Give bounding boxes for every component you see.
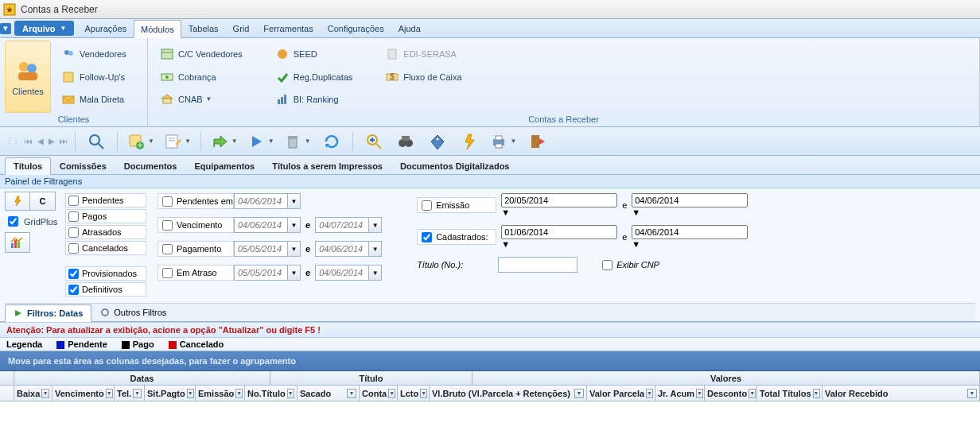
gridplus-checkbox-input[interactable] xyxy=(8,216,18,227)
menu-ferramentas[interactable]: Ferramentas xyxy=(256,19,320,37)
ribbon-fluxo-caixa[interactable]: $Fluxo de Caixa xyxy=(381,68,466,86)
toolbar-edit[interactable]: ▼ xyxy=(164,130,191,153)
chevron-down-icon[interactable]: ▼ xyxy=(287,266,300,280)
grid-body[interactable] xyxy=(0,401,980,411)
chk-definitivos[interactable]: Definitivos xyxy=(65,282,146,297)
ribbon-vendedores[interactable]: Vendedores xyxy=(57,45,131,63)
toolbar-find[interactable] xyxy=(395,130,417,153)
col-lcto[interactable]: Lcto▼ xyxy=(398,386,430,401)
chk-pagos[interactable]: Pagos xyxy=(65,209,146,223)
tab-equipamentos[interactable]: Equipamentos xyxy=(185,157,263,174)
tab-documentos[interactable]: Documentos xyxy=(115,157,186,174)
tab-comissoes[interactable]: Comissões xyxy=(51,157,115,174)
col-conta[interactable]: Conta▼ xyxy=(360,386,398,401)
col-sitpagto[interactable]: Sit.Pagto▼ xyxy=(145,386,196,401)
tab-titulos[interactable]: Títulos xyxy=(5,157,51,175)
filter-dropdown-icon[interactable]: ▼ xyxy=(388,389,395,398)
system-menu-icon[interactable]: ▾ xyxy=(0,23,11,34)
chevron-down-icon[interactable]: ▼ xyxy=(368,266,381,280)
date-pagamento-2[interactable]: ▼ xyxy=(315,241,382,257)
toolbar-new[interactable]: +▼ xyxy=(127,130,154,153)
chevron-down-icon[interactable]: ▼ xyxy=(287,242,300,256)
filter-dropdown-icon[interactable]: ▼ xyxy=(347,389,356,398)
subtab-outros-filtros[interactable]: Outros Filtros xyxy=(91,304,175,321)
filter-c-button[interactable]: C xyxy=(30,192,56,211)
ribbon-cobranca[interactable]: Cobrança xyxy=(156,68,247,86)
chk-pendentes[interactable]: Pendentes xyxy=(65,193,146,207)
chk-vencimento[interactable]: Vencimento xyxy=(158,217,234,233)
nav-next-icon[interactable]: ▶ xyxy=(46,137,57,145)
filter-dropdown-icon[interactable]: ▼ xyxy=(106,389,113,398)
toolbar-delete[interactable]: ▼ xyxy=(284,130,311,153)
chk-provisionados[interactable]: Provisionados xyxy=(65,266,146,281)
chevron-down-icon[interactable]: ▼ xyxy=(632,239,748,249)
chk-pendentes-em[interactable]: Pendentes em: xyxy=(158,193,234,209)
chevron-down-icon[interactable]: ▼ xyxy=(501,239,617,249)
chk-exibir-cnp[interactable]: Exibir CNP xyxy=(598,257,663,273)
col-emissao[interactable]: Emissão▼ xyxy=(196,386,245,401)
date-atraso-1[interactable]: ▼ xyxy=(234,265,301,281)
grid-group-bar[interactable]: Mova para esta área as colunas desejadas… xyxy=(0,351,980,371)
chevron-down-icon[interactable]: ▼ xyxy=(632,207,748,217)
ribbon-seed[interactable]: SEED xyxy=(271,45,358,63)
filter-dropdown-icon[interactable]: ▼ xyxy=(187,389,194,398)
menu-grid[interactable]: Grid xyxy=(226,19,257,37)
date-emissao-2[interactable]: ▼ xyxy=(632,193,748,217)
chk-atrasados[interactable]: Atrasados xyxy=(65,225,146,239)
tab-documentos-digitalizados[interactable]: Documentos Digitalizados xyxy=(391,157,519,174)
menu-modulos[interactable]: Módulos xyxy=(134,20,181,38)
ribbon-cnab[interactable]: CNAB▼ xyxy=(156,91,247,108)
toolbar-zoom[interactable] xyxy=(363,130,385,153)
tab-titulos-impressos[interactable]: Títulos a serem Impressos xyxy=(263,157,391,174)
date-vencimento-1[interactable]: ▼ xyxy=(234,217,301,233)
col-sacado[interactable]: Sacado▼ xyxy=(298,386,360,401)
col-vlbruto[interactable]: Vl.Bruto (Vl.Parcela + Retenções)▼ xyxy=(430,386,587,401)
chevron-down-icon[interactable]: ▼ xyxy=(287,218,300,232)
filter-dropdown-icon[interactable]: ▼ xyxy=(646,389,653,398)
date-vencimento-2[interactable]: ▼ xyxy=(315,217,382,233)
toolbar-tag[interactable] xyxy=(426,130,449,153)
input-titulo-no[interactable] xyxy=(498,257,578,273)
chk-cadastrados[interactable]: Cadastrados: xyxy=(417,229,496,245)
date-cadastrados-2[interactable]: ▼ xyxy=(632,225,748,249)
toolbar-search[interactable] xyxy=(85,130,107,153)
ribbon-maladireta[interactable]: Mala Direta xyxy=(57,91,131,108)
col-valorrecebido[interactable]: Valor Recebido▼ xyxy=(822,386,980,401)
filter-dropdown-icon[interactable]: ▼ xyxy=(287,389,294,398)
filter-chart-button[interactable] xyxy=(5,232,30,253)
filter-dropdown-icon[interactable]: ▼ xyxy=(574,389,584,398)
chevron-down-icon[interactable]: ▼ xyxy=(501,207,617,217)
toolbar-exit[interactable] xyxy=(527,130,549,153)
menu-file[interactable]: Arquivo ▼ xyxy=(14,21,74,36)
menu-apuracoes[interactable]: Apurações xyxy=(77,19,134,37)
filter-dropdown-icon[interactable]: ▼ xyxy=(813,389,820,398)
ribbon-bi-ranking[interactable]: BI: Ranking xyxy=(271,91,358,108)
chk-pagamento[interactable]: Pagamento xyxy=(158,241,234,257)
col-vencimento[interactable]: Vencimento▼ xyxy=(52,386,115,401)
toolbar-print[interactable]: ▼ xyxy=(490,130,517,153)
filter-dropdown-icon[interactable]: ▼ xyxy=(235,389,243,398)
filter-dropdown-icon[interactable]: ▼ xyxy=(420,389,427,398)
filter-dropdown-icon[interactable]: ▼ xyxy=(133,389,142,398)
chk-em-atraso[interactable]: Em Atraso xyxy=(158,265,234,281)
gridplus-checkbox[interactable]: GridPlus xyxy=(5,214,57,229)
ribbon-regduplicatas[interactable]: Reg.Duplicatas xyxy=(271,68,358,86)
toolbar-bolt[interactable] xyxy=(458,130,480,153)
date-pendentes-em[interactable]: ▼ xyxy=(234,193,301,209)
ribbon-clientes-button[interactable]: Clientes xyxy=(5,41,51,113)
col-baixa[interactable]: Baixa▼ xyxy=(14,386,52,401)
nav-first-icon[interactable]: ⏮ xyxy=(22,137,35,145)
menu-ajuda[interactable]: Ajuda xyxy=(391,19,428,37)
col-totaltitulos[interactable]: Total Títulos▼ xyxy=(757,386,822,401)
col-jracum[interactable]: Jr. Acum▼ xyxy=(655,386,705,401)
subtab-filtros-datas[interactable]: Filtros: Datas xyxy=(5,304,91,322)
nav-prev-icon[interactable]: ◀ xyxy=(35,137,46,145)
ribbon-followups[interactable]: Follow-Up's xyxy=(57,68,131,86)
date-pagamento-1[interactable]: ▼ xyxy=(234,241,301,257)
nav-last-icon[interactable]: ⏭ xyxy=(57,137,70,145)
col-tel[interactable]: Tel.▼ xyxy=(115,386,145,401)
menu-configuracoes[interactable]: Configurações xyxy=(321,19,391,37)
col-valorparcela[interactable]: Valor Parcela▼ xyxy=(587,386,655,401)
filter-dropdown-icon[interactable]: ▼ xyxy=(749,389,756,398)
chk-emissao[interactable]: Emissão xyxy=(417,197,496,213)
